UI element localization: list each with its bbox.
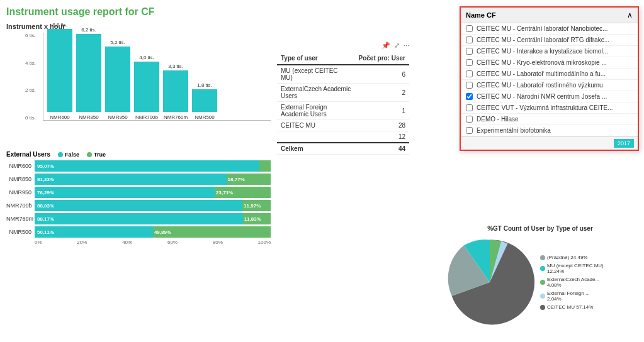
dropdown-item-7[interactable]: CEITEC VUT - Výzkumná infrastruktura CEI… — [461, 102, 638, 114]
pie-label-ext-czech: ExternalCzech Acade...4.08% — [540, 277, 604, 288]
dropdown-checkbox-6[interactable] — [466, 93, 473, 100]
table-row: MU (except CEITEC MU) 6 — [277, 65, 409, 84]
bar-chart-bars: 6,6 tis. NMR600 6,2 tis. NMR850 5,2 tis. — [43, 33, 271, 121]
dropdown-item-2[interactable]: CEITEC MU - Interakce a krystalizace bio… — [461, 46, 638, 57]
table-row: CEITEC MU 28 — [277, 120, 409, 131]
dropdown-item-5[interactable]: CEITEC MU - Laboratoř rostlinného výzkum… — [461, 80, 638, 91]
dropdown-item-4[interactable]: CEITEC MU - Laboratoř multimodálního a f… — [461, 69, 638, 80]
dropdown-header: Name CF ∧ — [461, 8, 638, 23]
bar-nmr760m: 3,3 tis. NMR760m — [163, 63, 188, 120]
dropdown-item-1[interactable]: CEITEC MU - Centrální laboratoř RTG difr… — [461, 35, 638, 46]
y-label-2: 2 tis. — [25, 87, 36, 93]
hbar-x-axis: 0% 20% 40% 60% 80% 100% — [6, 240, 271, 245]
year-badge: 2017 — [614, 139, 634, 148]
y-label-0: 0 tis. — [25, 115, 36, 121]
bar-nmr600: 6,6 tis. NMR600 — [47, 22, 72, 120]
dropdown-checkbox-5[interactable] — [466, 82, 473, 89]
pie-chart-svg — [443, 235, 537, 329]
dropdown-checkbox-3[interactable] — [466, 59, 473, 66]
bar-chart-title: Instrument x hour — [6, 23, 271, 30]
bar-nmr500: 1,8 tis. NMR500 — [192, 82, 217, 120]
hbar-row-nmr950: NMR950 76,29% 23,71% — [6, 187, 271, 198]
hbar-row-nmr600: NMR600 95,07% — [6, 160, 271, 172]
dropdown-checkbox-1[interactable] — [466, 36, 473, 43]
pin-icon[interactable]: 📌 — [381, 41, 390, 50]
row1-count: 6 — [355, 65, 409, 84]
pie-label-mu: MU (except CEITEC MU)12.24% — [540, 263, 604, 274]
y-label-6: 6 tis. — [25, 33, 36, 38]
hbar-row-nmr500: NMR500 50,11% 49,89% — [6, 226, 271, 238]
col-type-header: Type of user — [277, 52, 355, 65]
year-badge-row: 2017 — [461, 136, 638, 150]
row1-type: MU (except CEITEC MU) — [277, 65, 355, 84]
dropdown-item-0[interactable]: CEITEC MU - Centrální laboratoř Nanobiot… — [461, 23, 638, 35]
dropdown-checkbox-8[interactable] — [466, 116, 473, 123]
dropdown-header-title: Name CF — [466, 11, 496, 19]
table-row: External Foreign Academic Users 1 — [277, 102, 409, 120]
table-total-row: Celkem 44 — [277, 143, 409, 155]
total-count: 44 — [355, 143, 409, 155]
pie-chart-area: (Prázdné) 24.49% MU (except CEITEC MU)12… — [443, 235, 638, 329]
bar-chart-container: 6 tis. 4 tis. 2 tis. 0 tis. 6,6 tis. NMR… — [6, 33, 271, 146]
dropdown-checkbox-9[interactable] — [466, 127, 473, 134]
bar-chart-section: Instrument x hour 6 tis. 4 tis. 2 tis. 0… — [6, 23, 271, 146]
pie-label-ext-foreign: External Foreign ...2.04% — [540, 290, 604, 302]
legend-false: False — [58, 152, 79, 158]
legend-true: True — [87, 152, 106, 158]
table-row: 12 — [277, 131, 409, 143]
row5-type — [277, 131, 355, 143]
dropdown-checkbox-7[interactable] — [466, 104, 473, 111]
y-label-4: 4 tis. — [25, 60, 36, 66]
hbar-row-nmr850: NMR850 81,23% 18,77% — [6, 174, 271, 185]
row4-count: 28 — [355, 120, 409, 131]
dropdown-item-8[interactable]: DEMO - Hilase — [461, 114, 638, 125]
legend-true-dot — [87, 152, 92, 157]
dropdown-item-6[interactable]: CEITEC MU - Národní NMR centrum Josefa .… — [461, 91, 638, 102]
dropdown-item-3[interactable]: CEITEC MU - Kryo-elektronová mikroskopie… — [461, 57, 638, 69]
dropdown-item-9[interactable]: Experimentální biofotonika — [461, 125, 638, 136]
pie-section: %GT Count of User by Type of user — [443, 225, 638, 329]
pie-label-prazdne: (Prázdné) 24.49% — [540, 255, 604, 260]
legend-false-dot — [58, 152, 63, 157]
dropdown-checkbox-0[interactable] — [466, 25, 473, 32]
row3-type: External Foreign Academic Users — [277, 102, 355, 120]
row4-type: CEITEC MU — [277, 120, 355, 131]
row3-count: 1 — [355, 102, 409, 120]
bar-nmr700b: 4,0 tis. NMR700b — [134, 55, 159, 120]
hbar-row-nmr700b: NMR700b 88,03% 11,97% — [6, 200, 271, 211]
table-header-row: Type of user Počet pro: User — [277, 52, 409, 65]
pie-label-ceitec: CEITEC MU 57.14% — [540, 304, 604, 310]
bar-nmr850: 6,2 tis. NMR850 — [76, 27, 101, 120]
pie-title: %GT Count of User by Type of user — [443, 225, 638, 232]
row5-count: 12 — [355, 131, 409, 143]
col-count-header: Počet pro: User — [355, 52, 409, 65]
table-toolbar: 📌 ⤢ ··· — [277, 41, 409, 50]
dropdown-checkbox-4[interactable] — [466, 70, 473, 77]
dropdown-panel: Name CF ∧ CEITEC MU - Centrální laborato… — [460, 6, 639, 151]
chevron-up-icon[interactable]: ∧ — [627, 11, 633, 19]
bar-nmr950: 5,2 tis. NMR950 — [105, 40, 130, 120]
hbar-row-nmr760m: NMR760m 88,17% 11,83% — [6, 213, 271, 224]
row2-count: 2 — [355, 84, 409, 102]
middle-panel: 📌 ⤢ ··· Type of user Počet pro: User MU … — [277, 41, 409, 245]
usage-table: Type of user Počet pro: User MU (except … — [277, 52, 409, 155]
table-row: ExternalCzech Academic Users 2 — [277, 84, 409, 102]
horizontal-bars-section: External Users False True NMR600 95,0 — [6, 151, 271, 245]
main-container: Instrument usage report for CF Instrumen… — [0, 0, 644, 342]
left-panel: Instrument x hour 6 tis. 4 tis. 2 tis. 0… — [6, 23, 271, 245]
more-icon[interactable]: ··· — [404, 41, 409, 50]
focus-icon[interactable]: ⤢ — [394, 41, 400, 50]
row2-type: ExternalCzech Academic Users — [277, 84, 355, 102]
pie-labels: (Prázdné) 24.49% MU (except CEITEC MU)12… — [540, 255, 604, 310]
dropdown-checkbox-2[interactable] — [466, 48, 473, 55]
hbar-title: External Users False True — [6, 151, 271, 158]
total-label: Celkem — [277, 143, 355, 155]
